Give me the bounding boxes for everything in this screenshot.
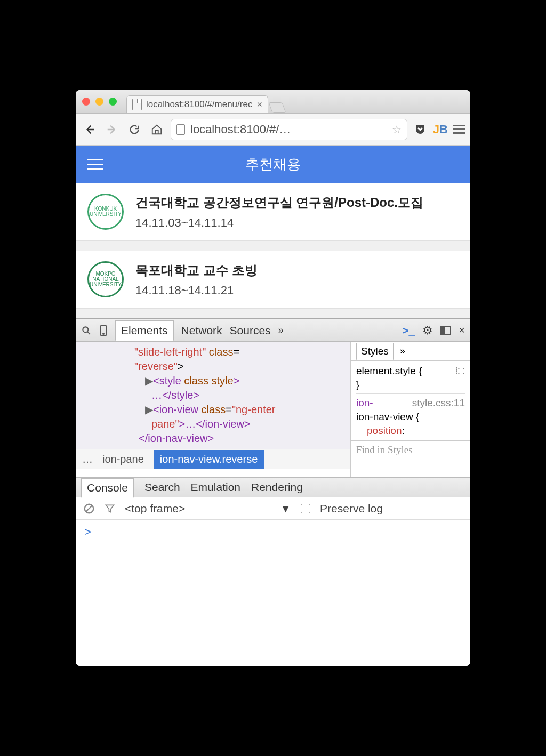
devtools-body: "slide-left-right" class= "reverse"> ▶<s… [76, 342, 470, 477]
browser-tab[interactable]: localhost:8100/#/menu/rec × [126, 95, 268, 113]
svg-point-2 [103, 333, 104, 334]
browser-menu-button[interactable] [453, 125, 465, 134]
org-logo: KONKUK UNIVERSITY [87, 194, 124, 230]
dock-side-icon[interactable] [440, 326, 451, 335]
toggle-console-icon[interactable]: >_ [402, 324, 415, 337]
crumb-more[interactable]: … [82, 453, 93, 465]
home-button[interactable] [148, 121, 165, 138]
list-item-title: 목포대학교 교수 초빙 [135, 261, 258, 279]
clear-console-icon[interactable] [83, 503, 95, 514]
close-window-button[interactable] [82, 98, 90, 106]
devtools: Elements Network Sources » >_ ⚙ × "slide… [76, 318, 470, 666]
traffic-lights [82, 98, 117, 106]
browser-tabstrip: localhost:8100/#/menu/rec × [126, 90, 284, 113]
tab-emulation[interactable]: Emulation [191, 481, 240, 494]
devtools-drawer-tabs: Console Search Emulation Rendering [76, 477, 470, 497]
tab-elements[interactable]: Elements [115, 320, 174, 341]
styles-code[interactable]: element.style { ⁞⸬ } ion- style.css:11 i… [351, 361, 470, 440]
close-devtools-icon[interactable]: × [459, 324, 465, 336]
list-item[interactable]: MOKPO NATIONAL UNIVERSITY 목포대학교 교수 초빙 14… [76, 251, 470, 309]
tab-title: localhost:8100/#/menu/rec [146, 99, 252, 110]
console-toolbar: <top frame> ▼ Preserve log [76, 497, 470, 520]
macos-titlebar: localhost:8100/#/menu/rec × [76, 90, 470, 114]
forward-button[interactable] [103, 121, 121, 138]
console-prompt-icon: > [84, 525, 91, 538]
hover-tools-icon[interactable]: ⁞⸬ [455, 364, 465, 378]
url-favicon-icon [176, 124, 185, 135]
list-item-dates: 14.11.18~14.11.21 [135, 284, 258, 297]
app-header: 추천채용 [76, 146, 470, 183]
find-in-styles-input[interactable]: Find in Styles [351, 440, 470, 459]
preserve-log-label: Preserve log [320, 502, 383, 515]
browser-toolbar: localhost:8100/#/… ☆ JB [76, 114, 470, 146]
devtools-tabs: Elements Network Sources » >_ ⚙ × [76, 319, 470, 342]
address-bar[interactable]: localhost:8100/#/… ☆ [171, 119, 407, 140]
job-list: KONKUK UNIVERSITY 건국대학교 공간정보연구실 연구원/Post… [76, 183, 470, 318]
browser-window: localhost:8100/#/menu/rec × localhost:81… [76, 90, 470, 666]
svg-rect-4 [441, 327, 445, 334]
crumb-item-active[interactable]: ion-nav-view.reverse [154, 450, 264, 469]
more-tabs-chevron-icon[interactable]: » [278, 325, 284, 336]
more-style-tabs-icon[interactable]: » [400, 345, 405, 357]
tab-console[interactable]: Console [81, 478, 134, 498]
dom-tree[interactable]: "slide-left-right" class= "reverse"> ▶<s… [76, 342, 350, 449]
svg-point-0 [83, 327, 88, 332]
preserve-log-checkbox[interactable] [301, 504, 310, 513]
new-tab-button[interactable] [268, 102, 286, 113]
app-header-title: 추천채용 [245, 155, 301, 174]
jb-extension-icon[interactable]: JB [433, 123, 448, 136]
org-logo: MOKPO NATIONAL UNIVERSITY [87, 261, 124, 297]
reload-button[interactable] [126, 121, 143, 138]
frame-selector[interactable]: <top frame> [125, 502, 185, 515]
console-input[interactable]: > [76, 520, 470, 666]
styles-tabs: Styles » [351, 342, 470, 361]
tab-network[interactable]: Network [181, 324, 222, 337]
bookmark-star-icon[interactable]: ☆ [392, 123, 402, 136]
tab-sources[interactable]: Sources [230, 324, 271, 337]
list-item-dates: 14.11.03~14.11.14 [135, 216, 423, 230]
elements-panel: "slide-left-right" class= "reverse"> ▶<s… [76, 342, 350, 477]
list-item-body: 목포대학교 교수 초빙 14.11.18~14.11.21 [135, 261, 258, 297]
frame-dropdown-icon[interactable]: ▼ [280, 502, 291, 515]
list-item[interactable]: KONKUK UNIVERSITY 건국대학교 공간정보연구실 연구원/Post… [76, 183, 470, 241]
tab-search[interactable]: Search [144, 481, 180, 494]
close-tab-icon[interactable]: × [256, 99, 262, 110]
list-item-title: 건국대학교 공간정보연구실 연구원/Post-Doc.모집 [135, 194, 423, 212]
search-icon[interactable] [81, 325, 92, 336]
pocket-extension-icon[interactable] [413, 122, 428, 137]
crumb-item[interactable]: ion-pane [102, 453, 144, 465]
page-favicon-icon [132, 99, 142, 110]
dom-breadcrumb: … ion-pane ion-nav-view.reverse [76, 449, 350, 469]
settings-gear-icon[interactable]: ⚙ [422, 324, 433, 337]
list-item-body: 건국대학교 공간정보연구실 연구원/Post-Doc.모집 14.11.03~1… [135, 194, 423, 230]
tab-styles[interactable]: Styles [356, 343, 394, 360]
back-button[interactable] [81, 121, 98, 138]
minimize-window-button[interactable] [95, 98, 103, 106]
filter-icon[interactable] [105, 503, 115, 514]
device-mode-icon[interactable] [99, 325, 108, 336]
url-text: localhost:8100/#/… [190, 123, 387, 136]
styles-panel: Styles » element.style { ⁞⸬ } ion- style… [350, 342, 470, 477]
menu-hamburger-icon[interactable] [87, 159, 103, 170]
tab-rendering[interactable]: Rendering [251, 481, 303, 494]
maximize-window-button[interactable] [109, 98, 117, 106]
